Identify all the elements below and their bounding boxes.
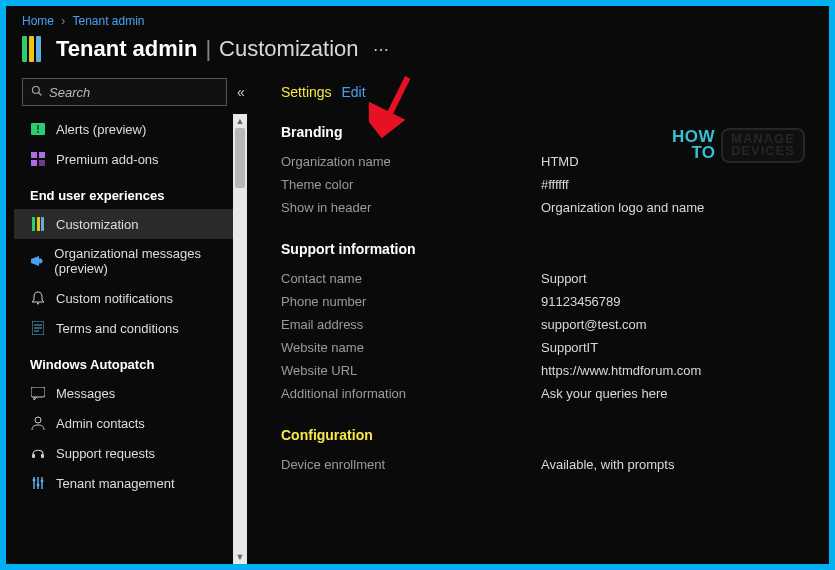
megaphone-icon bbox=[30, 253, 44, 269]
row-phone: Phone number91123456789 bbox=[281, 290, 805, 313]
section-configuration: Configuration bbox=[281, 427, 805, 443]
search-icon bbox=[31, 85, 43, 100]
svg-rect-18 bbox=[41, 454, 44, 458]
svg-rect-6 bbox=[39, 152, 45, 158]
sidebar-item-label: Terms and conditions bbox=[56, 321, 179, 336]
sidebar-item-admin-contacts[interactable]: Admin contacts bbox=[14, 408, 247, 438]
document-icon bbox=[30, 320, 46, 336]
sliders-icon bbox=[30, 475, 46, 491]
headset-icon bbox=[30, 445, 46, 461]
bell-icon bbox=[30, 290, 46, 306]
sidebar-item-custom-notifications[interactable]: Custom notifications bbox=[14, 283, 247, 313]
more-menu-button[interactable]: ⋯ bbox=[373, 40, 389, 59]
addons-icon bbox=[30, 151, 46, 167]
row-additional-info: Additional informationAsk your queries h… bbox=[281, 382, 805, 405]
sidebar-item-label: Custom notifications bbox=[56, 291, 173, 306]
svg-point-16 bbox=[35, 417, 41, 423]
sidebar-item-label: Messages bbox=[56, 386, 115, 401]
row-email: Email addresssupport@test.com bbox=[281, 313, 805, 336]
customization-icon bbox=[30, 216, 46, 232]
sidebar-item-alerts[interactable]: Alerts (preview) bbox=[14, 114, 247, 144]
sidebar-item-label: Tenant management bbox=[56, 476, 175, 491]
sidebar-item-support-requests[interactable]: Support requests bbox=[14, 438, 247, 468]
row-site-url: Website URLhttps://www.htmdforum.com bbox=[281, 359, 805, 382]
svg-point-10 bbox=[37, 303, 39, 305]
sidebar-item-label: Premium add-ons bbox=[56, 152, 159, 167]
row-contact-name: Contact nameSupport bbox=[281, 267, 805, 290]
tenant-admin-icon bbox=[22, 36, 44, 62]
alerts-icon bbox=[30, 121, 46, 137]
sidebar-item-messages[interactable]: Messages bbox=[14, 378, 247, 408]
sidebar-item-premium-addons[interactable]: Premium add-ons bbox=[14, 144, 247, 174]
chat-icon bbox=[30, 385, 46, 401]
svg-line-1 bbox=[39, 92, 42, 95]
sidebar: « Alerts (preview) Premium add-ons End u… bbox=[6, 74, 251, 564]
svg-point-23 bbox=[37, 484, 40, 487]
sidebar-item-label: Customization bbox=[56, 217, 138, 232]
section-support: Support information bbox=[281, 241, 805, 257]
sidebar-item-label: Support requests bbox=[56, 446, 155, 461]
row-site-name: Website nameSupportIT bbox=[281, 336, 805, 359]
sidebar-item-label: Organizational messages (preview) bbox=[54, 246, 237, 276]
svg-rect-7 bbox=[31, 160, 37, 166]
settings-heading: Settings bbox=[281, 84, 332, 100]
breadcrumb-home[interactable]: Home bbox=[22, 14, 54, 28]
scroll-up-icon[interactable]: ▲ bbox=[233, 114, 247, 128]
breadcrumb-tenant-admin[interactable]: Tenant admin bbox=[72, 14, 144, 28]
watermark-logo: HOW TO MANAGE DEVICES bbox=[672, 128, 805, 163]
sidebar-item-tenant-management[interactable]: Tenant management bbox=[14, 468, 247, 498]
sidebar-item-org-messages[interactable]: Organizational messages (preview) bbox=[14, 239, 247, 283]
breadcrumb: Home › Tenant admin bbox=[6, 6, 829, 32]
person-icon bbox=[30, 415, 46, 431]
svg-rect-17 bbox=[32, 454, 35, 458]
row-theme-color: Theme color#ffffff bbox=[281, 173, 805, 196]
sidebar-item-terms[interactable]: Terms and conditions bbox=[14, 313, 247, 343]
edit-link[interactable]: Edit bbox=[341, 84, 365, 100]
scroll-down-icon[interactable]: ▼ bbox=[233, 550, 247, 564]
row-show-in-header: Show in headerOrganization logo and name bbox=[281, 196, 805, 219]
sidebar-section-autopatch: Windows Autopatch bbox=[14, 343, 247, 378]
sidebar-item-customization[interactable]: Customization bbox=[14, 209, 247, 239]
svg-point-9 bbox=[38, 259, 43, 264]
svg-rect-4 bbox=[37, 131, 39, 133]
svg-point-22 bbox=[33, 479, 36, 482]
svg-rect-3 bbox=[37, 125, 39, 130]
scrollbar-thumb[interactable] bbox=[235, 128, 245, 188]
sidebar-section-end-user: End user experiences bbox=[14, 174, 247, 209]
row-device-enrollment: Device enrollmentAvailable, with prompts bbox=[281, 453, 805, 476]
svg-rect-8 bbox=[39, 160, 45, 166]
search-input[interactable] bbox=[49, 85, 218, 100]
svg-point-24 bbox=[41, 480, 44, 483]
collapse-sidebar-button[interactable]: « bbox=[237, 84, 245, 100]
sidebar-item-label: Admin contacts bbox=[56, 416, 145, 431]
svg-rect-15 bbox=[31, 387, 45, 397]
svg-point-0 bbox=[33, 86, 40, 93]
page-title: Tenant admin|Customization bbox=[56, 36, 359, 62]
svg-rect-5 bbox=[31, 152, 37, 158]
sidebar-item-label: Alerts (preview) bbox=[56, 122, 146, 137]
search-box[interactable] bbox=[22, 78, 227, 106]
sidebar-scrollbar[interactable]: ▲ ▼ bbox=[233, 114, 247, 564]
chevron-right-icon: › bbox=[61, 14, 65, 28]
